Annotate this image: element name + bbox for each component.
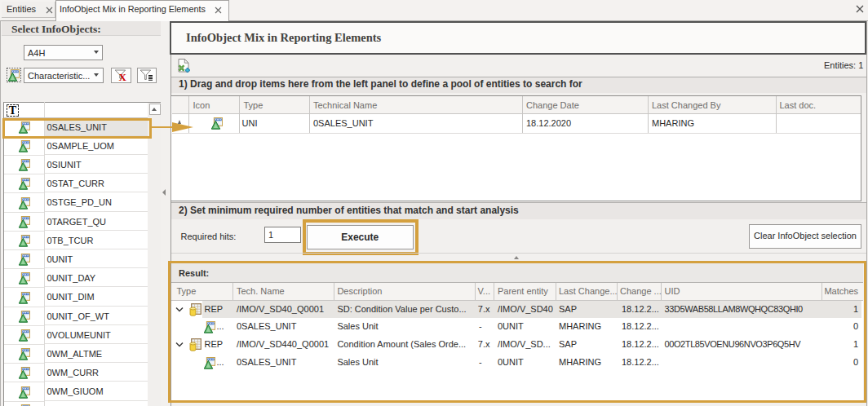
svg-text:X: X xyxy=(119,71,127,82)
